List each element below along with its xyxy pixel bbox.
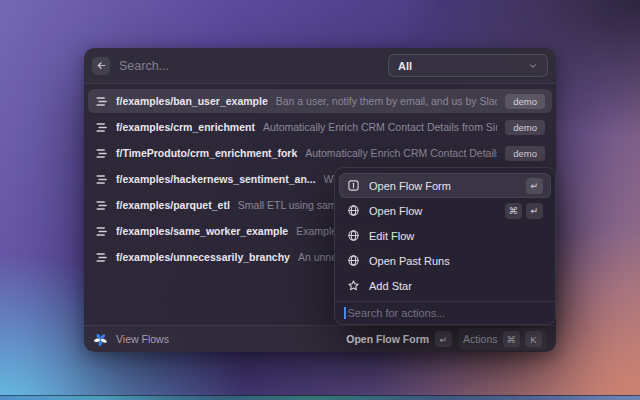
result-description: Automatically Enrich CRM Contact Details… [263, 121, 497, 133]
flow-bars-staggered-icon [95, 95, 108, 108]
back-button[interactable] [92, 57, 110, 75]
arrow-left-icon [96, 60, 107, 71]
primary-action-label[interactable]: Open Flow Form [346, 333, 429, 345]
result-row[interactable]: f/TimeProduto/crm_enrichment_fork Automa… [88, 141, 552, 165]
result-row[interactable]: f/examples/crm_enrichment Automatically … [88, 115, 552, 139]
flow-bars-staggered-icon [95, 225, 108, 238]
enter-key-badge: ↵ [526, 203, 543, 219]
actions-context-menu: Open Flow Form ↵ Open Flow ⌘ ↵ Edit Flow… [334, 167, 556, 325]
result-title: f/examples/unnecessarily_branchy [116, 251, 290, 263]
actions-search-input[interactable]: Search for actions... [335, 301, 555, 324]
cmd-key-badge: ⌘ [503, 331, 521, 347]
form-input-icon [347, 179, 360, 192]
search-input[interactable]: Search... [119, 59, 379, 73]
demo-badge: demo [505, 120, 545, 135]
globe-icon [347, 254, 360, 267]
result-title: f/TimeProduto/crm_enrichment_fork [116, 147, 297, 159]
search-header: Search... All [84, 48, 556, 84]
menu-item-label: Add Star [369, 280, 412, 292]
result-description: Automatically Enrich CRM Contact Details… [305, 147, 497, 159]
k-key-badge: K [525, 331, 542, 347]
enter-key-badge: ↵ [435, 331, 452, 347]
filter-select[interactable]: All [388, 54, 548, 77]
menu-item-edit-flow[interactable]: Edit Flow [339, 223, 551, 248]
flow-bars-staggered-icon [95, 173, 108, 186]
actions-search-placeholder: Search for actions... [348, 307, 446, 319]
globe-icon [347, 204, 360, 217]
menu-item-add-star[interactable]: Add Star [339, 273, 551, 298]
windmill-logo-icon [93, 332, 108, 347]
flow-bars-staggered-icon [95, 147, 108, 160]
menu-item-open-flow-form[interactable]: Open Flow Form ↵ [339, 173, 551, 198]
result-description: Ban a user, notify them by email, and us… [276, 95, 497, 107]
actions-label: Actions [463, 333, 497, 345]
menu-item-label: Open Flow [369, 205, 422, 217]
result-title: f/examples/parquet_etl [116, 199, 230, 211]
flow-bars-staggered-icon [95, 251, 108, 264]
text-cursor [344, 307, 346, 319]
cmd-key-badge: ⌘ [505, 203, 523, 219]
menu-item-label: Open Flow Form [369, 180, 451, 192]
flow-bars-staggered-icon [95, 121, 108, 134]
chevron-down-icon [528, 61, 538, 71]
status-bar: View Flows Open Flow Form ↵ Actions ⌘ K [84, 325, 556, 352]
actions-button[interactable]: Actions ⌘ K [458, 328, 547, 350]
menu-item-label: Open Past Runs [369, 255, 450, 267]
result-row[interactable]: f/examples/ban_user_example Ban a user, … [88, 89, 552, 113]
globe-icon [347, 229, 360, 242]
menu-item-open-past-runs[interactable]: Open Past Runs [339, 248, 551, 273]
result-title: f/examples/hackernews_sentiment_an... [116, 173, 316, 185]
background-bottom-strip [0, 395, 640, 400]
result-title: f/examples/ban_user_example [116, 95, 268, 107]
view-flows-label: View Flows [116, 333, 169, 345]
demo-badge: demo [505, 94, 545, 109]
result-title: f/examples/crm_enrichment [116, 121, 255, 133]
demo-badge: demo [505, 146, 545, 161]
star-icon [347, 279, 360, 292]
result-title: f/examples/same_worker_example [116, 225, 288, 237]
menu-item-label: Edit Flow [369, 230, 414, 242]
menu-item-open-flow[interactable]: Open Flow ⌘ ↵ [339, 198, 551, 223]
filter-selected-value: All [398, 60, 412, 72]
flow-bars-staggered-icon [95, 199, 108, 212]
enter-key-badge: ↵ [526, 178, 543, 194]
